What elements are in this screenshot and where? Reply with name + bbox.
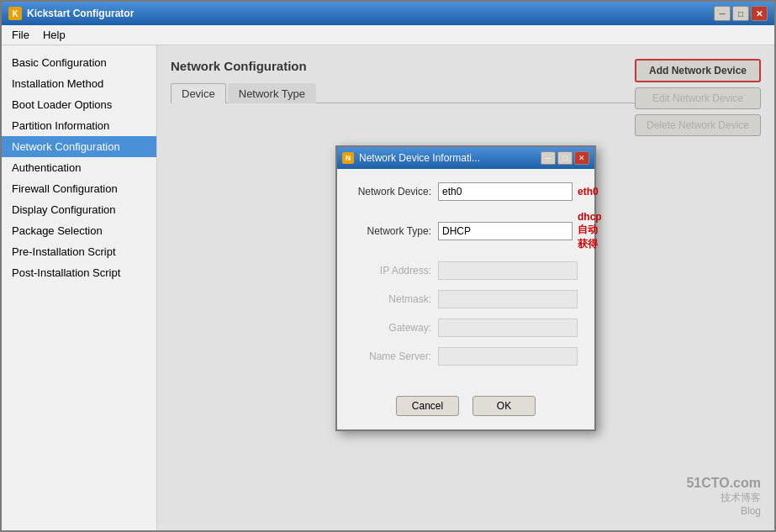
dialog-controls: ─ □ ✕	[541, 151, 589, 165]
menu-file[interactable]: File	[5, 27, 36, 43]
window-controls: ─ □ ✕	[714, 6, 768, 21]
sidebar-item-auth[interactable]: Authentication	[2, 157, 156, 178]
gateway-row: Gateway:	[354, 319, 578, 337]
minimize-button[interactable]: ─	[714, 6, 731, 21]
dialog-title-bar: N Network Device Informati... ─ □ ✕	[337, 147, 594, 169]
ip-address-input[interactable]	[438, 261, 578, 280]
menu-help[interactable]: Help	[36, 27, 72, 43]
network-type-annotation: dhcp自动获得	[578, 211, 602, 251]
sidebar-item-packages[interactable]: Package Selection	[2, 220, 156, 241]
maximize-button[interactable]: □	[732, 6, 749, 21]
network-device-input[interactable]	[438, 182, 573, 201]
network-device-label: Network Device:	[354, 186, 438, 198]
gateway-input[interactable]	[438, 319, 578, 337]
network-device-dialog: N Network Device Informati... ─ □ ✕	[335, 145, 596, 431]
sidebar-item-installation[interactable]: Installation Method	[2, 73, 156, 94]
window-title: Kickstart Configurator	[27, 8, 714, 19]
sidebar-item-postscript[interactable]: Post-Installation Script	[2, 262, 156, 283]
netmask-input[interactable]	[438, 290, 578, 308]
ip-address-label: IP Address:	[354, 265, 438, 277]
sidebar-item-firewall[interactable]: Firewall Configuration	[2, 178, 156, 199]
sidebar-item-basic[interactable]: Basic Configuration	[2, 52, 156, 73]
dialog-overlay: N Network Device Informati... ─ □ ✕	[157, 45, 774, 530]
netmask-row: Netmask:	[354, 290, 578, 308]
sidebar-item-bootloader[interactable]: Boot Loader Options	[2, 94, 156, 115]
name-server-input[interactable]	[438, 347, 578, 366]
close-button[interactable]: ✕	[751, 6, 768, 21]
sidebar-item-prescript[interactable]: Pre-Installation Script	[2, 241, 156, 262]
dialog-maximize-button[interactable]: □	[557, 151, 573, 165]
main-content: Basic Configuration Installation Method …	[2, 45, 774, 530]
netmask-label: Netmask:	[354, 293, 438, 305]
name-server-label: Name Server:	[354, 350, 438, 362]
dialog-icon: N	[342, 152, 354, 164]
sidebar-item-network[interactable]: Network Configuration	[2, 136, 156, 157]
app-icon: K	[8, 7, 22, 20]
dialog-title: Network Device Informati...	[359, 152, 541, 164]
sidebar-item-display[interactable]: Display Configuration	[2, 199, 156, 220]
network-device-annotation: eth0	[578, 186, 599, 198]
ip-address-row: IP Address:	[354, 261, 578, 280]
sidebar: Basic Configuration Installation Method …	[2, 45, 157, 530]
gateway-label: Gateway:	[354, 322, 438, 334]
dialog-close-button[interactable]: ✕	[574, 151, 589, 165]
dialog-buttons: Cancel OK	[337, 389, 594, 429]
title-bar: K Kickstart Configurator ─ □ ✕	[2, 2, 774, 25]
menu-bar: File Help	[2, 25, 774, 45]
network-type-row: Network Type: dhcp自动获得	[354, 211, 578, 251]
sidebar-item-partition[interactable]: Partition Information	[2, 115, 156, 136]
network-device-row: Network Device: eth0	[354, 182, 578, 201]
dialog-body: Network Device: eth0 Network Type: dhcp自…	[337, 169, 594, 389]
cancel-button[interactable]: Cancel	[396, 396, 459, 416]
ok-button[interactable]: OK	[472, 396, 536, 416]
content-area: Add Network Device Edit Network Device D…	[157, 45, 774, 530]
network-type-input[interactable]	[438, 222, 573, 240]
dialog-minimize-button[interactable]: ─	[541, 151, 556, 165]
name-server-row: Name Server:	[354, 347, 578, 366]
main-window: K Kickstart Configurator ─ □ ✕ File Help…	[0, 0, 776, 532]
network-type-label: Network Type:	[354, 225, 438, 237]
